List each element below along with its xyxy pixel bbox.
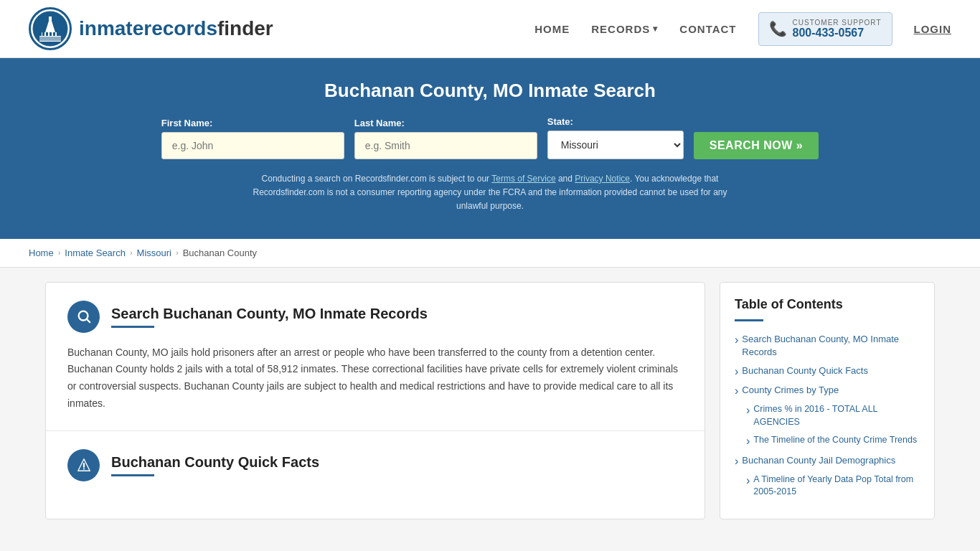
logo-area: inmaterecordsfinder — [29, 7, 273, 50]
search-form: First Name: Last Name: State: Missouri S… — [29, 116, 951, 159]
privacy-link[interactable]: Privacy Notice — [575, 174, 630, 184]
hero-disclaimer: Conducting a search on Recordsfinder.com… — [239, 172, 741, 214]
section1-title: Search Buchanan County, MO Inmate Record… — [111, 306, 428, 322]
logo-main: inmaterecords — [79, 17, 217, 39]
customer-support-box: 📞 CUSTOMER SUPPORT 800-433-0567 — [758, 12, 892, 46]
toc-item-2: Buchanan County Quick Facts — [735, 364, 920, 378]
logo-finder: finder — [217, 17, 273, 39]
last-name-label: Last Name: — [354, 118, 405, 128]
toc-divider — [735, 319, 763, 321]
toc-title: Table of Contents — [735, 297, 920, 312]
breadcrumb-sep-3: › — [176, 248, 179, 257]
breadcrumb-sep-1: › — [58, 248, 61, 257]
cs-text-block: CUSTOMER SUPPORT 800-433-0567 — [793, 19, 882, 39]
section1-underline — [111, 326, 154, 328]
nav-contact[interactable]: CONTACT — [679, 23, 736, 35]
section-quick-facts: Buchanan County Quick Facts — [46, 431, 705, 508]
svg-rect-4 — [49, 17, 52, 21]
state-label: State: — [547, 116, 573, 127]
state-select[interactable]: Missouri — [547, 131, 684, 159]
logo-icon — [29, 7, 72, 50]
hero-section: Buchanan County, MO Inmate Search First … — [0, 58, 980, 239]
section1-header: Search Buchanan County, MO Inmate Record… — [67, 301, 683, 333]
first-name-group: First Name: — [161, 118, 344, 159]
toc-item-7: A Timeline of Yearly Data Pop Total from… — [735, 474, 920, 499]
section1-title-block: Search Buchanan County, MO Inmate Record… — [111, 306, 428, 328]
toc-item-3: County Crimes by Type — [735, 384, 920, 397]
svg-rect-7 — [50, 32, 52, 36]
search-button[interactable]: SEARCH NOW » — [694, 132, 819, 159]
section1-body: Buchanan County, MO jails hold prisoners… — [67, 344, 683, 413]
first-name-label: First Name: — [161, 118, 213, 128]
toc-link-6[interactable]: Buchanan County Jail Demographics — [735, 454, 920, 468]
nav-login[interactable]: LOGIN — [914, 23, 952, 35]
phone-icon: 📞 — [769, 20, 787, 37]
breadcrumb-home[interactable]: Home — [29, 248, 54, 258]
first-name-input[interactable] — [161, 132, 344, 159]
cs-label: CUSTOMER SUPPORT — [793, 19, 882, 27]
cs-number: 800-433-0567 — [793, 27, 882, 39]
svg-point-17 — [83, 468, 84, 470]
tos-link[interactable]: Terms of Service — [491, 174, 555, 184]
logo-text: inmaterecordsfinder — [79, 17, 273, 40]
nav-home[interactable]: HOME — [534, 23, 570, 35]
table-of-contents: Table of Contents Search Buchanan County… — [720, 282, 935, 519]
site-header: inmaterecordsfinder HOME RECORDS CONTACT… — [0, 0, 980, 58]
toc-item-4: Crimes % in 2016 - TOTAL ALL AGENCIES — [735, 403, 920, 428]
section2-underline — [111, 474, 154, 476]
breadcrumb-buchanan: Buchanan County — [183, 248, 257, 258]
search-icon — [67, 301, 100, 333]
svg-line-14 — [87, 319, 90, 322]
section-inmate-records: Search Buchanan County, MO Inmate Record… — [46, 283, 705, 431]
toc-item-6: Buchanan County Jail Demographics — [735, 454, 920, 468]
toc-link-7[interactable]: A Timeline of Yearly Data Pop Total from… — [746, 474, 920, 499]
section2-title: Buchanan County Quick Facts — [111, 454, 319, 471]
section2-header: Buchanan County Quick Facts — [67, 449, 683, 481]
breadcrumb-missouri[interactable]: Missouri — [137, 248, 171, 258]
content-left: Search Buchanan County, MO Inmate Record… — [45, 282, 705, 519]
toc-link-4[interactable]: Crimes % in 2016 - TOTAL ALL AGENCIES — [746, 403, 920, 428]
toc-link-5[interactable]: The Timeline of the County Crime Trends — [746, 434, 920, 448]
breadcrumb-inmate-search[interactable]: Inmate Search — [65, 248, 126, 258]
toc-item-5: The Timeline of the County Crime Trends — [735, 434, 920, 448]
toc-link-1[interactable]: Search Buchanan County, MO Inmate Record… — [735, 333, 920, 359]
toc-link-2[interactable]: Buchanan County Quick Facts — [735, 364, 920, 378]
hero-title: Buchanan County, MO Inmate Search — [29, 80, 951, 102]
breadcrumb: Home › Inmate Search › Missouri › Buchan… — [0, 239, 980, 268]
toc-list: Search Buchanan County, MO Inmate Record… — [735, 333, 920, 499]
state-group: State: Missouri — [547, 116, 684, 159]
breadcrumb-sep-2: › — [130, 248, 133, 257]
svg-rect-8 — [53, 32, 55, 36]
last-name-input[interactable] — [354, 132, 537, 159]
nav-records[interactable]: RECORDS — [591, 23, 658, 35]
svg-rect-9 — [57, 32, 59, 36]
toc-item-1: Search Buchanan County, MO Inmate Record… — [735, 333, 920, 359]
toc-link-3[interactable]: County Crimes by Type — [735, 384, 920, 397]
main-nav: HOME RECORDS CONTACT 📞 CUSTOMER SUPPORT … — [534, 12, 951, 46]
svg-rect-6 — [46, 32, 48, 36]
last-name-group: Last Name: — [354, 118, 537, 159]
svg-rect-5 — [42, 32, 44, 36]
section2-title-block: Buchanan County Quick Facts — [111, 454, 319, 476]
info-icon — [67, 449, 100, 481]
main-content: Search Buchanan County, MO Inmate Record… — [31, 282, 949, 519]
